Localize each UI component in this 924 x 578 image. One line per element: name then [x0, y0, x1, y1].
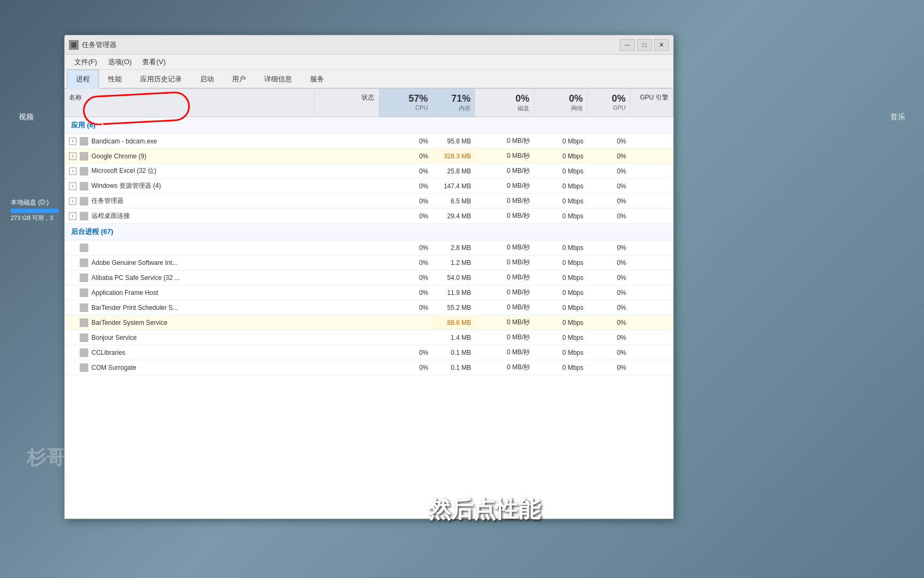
- app-icon: [80, 197, 88, 206]
- table-row[interactable]: ›Bandicam - bdcam.exe0%95.8 MB0 MB/秒0 Mb…: [65, 134, 673, 149]
- header-network[interactable]: 0% 网络: [534, 89, 588, 117]
- desktop: 视频 音乐 本地磁盘 (D:) 273 GB 可用，3 杉哥 ⊞ 任务管理器 ─…: [0, 0, 924, 578]
- app-icon: [80, 258, 88, 267]
- expand-icon[interactable]: ›: [69, 138, 76, 145]
- table-content[interactable]: 应用 (6)›Bandicam - bdcam.exe0%95.8 MB0 MB…: [65, 117, 673, 519]
- cell-cpu: 0%: [379, 165, 433, 178]
- cell-status: [315, 320, 379, 325]
- tab-details[interactable]: 详细信息: [255, 70, 301, 88]
- cell-status: [315, 365, 379, 370]
- cell-status: [315, 184, 379, 189]
- cell-gpu-engine: [630, 350, 673, 355]
- app-icon: [80, 152, 88, 161]
- cell-gpu-engine: [630, 290, 673, 295]
- cell-disk: 0 MB/秒: [475, 134, 534, 148]
- table-row[interactable]: ›Microsoft Excel (32 位)0%25.8 MB0 MB/秒0 …: [65, 164, 673, 179]
- cell-gpu-engine: [630, 214, 673, 219]
- app-icon: [80, 273, 88, 282]
- cell-gpu-engine: [630, 320, 673, 325]
- cell-disk: 0 MB/秒: [475, 164, 534, 178]
- app-icon: [80, 167, 88, 176]
- cell-status: [315, 275, 379, 280]
- app-icon: [80, 318, 88, 327]
- table-row[interactable]: ›任务管理器0%6.5 MB0 MB/秒0 Mbps0%: [65, 194, 673, 209]
- cell-disk: 0 MB/秒: [475, 345, 534, 360]
- cell-name: CCLibraries: [65, 346, 315, 360]
- cell-mem: 6.5 MB: [433, 195, 475, 208]
- cell-mem: 0.1 MB: [433, 346, 475, 359]
- cell-gpu: 0%: [588, 180, 630, 193]
- tab-startup[interactable]: 启动: [191, 70, 223, 88]
- app-icon: [80, 182, 88, 191]
- header-gpu-engine[interactable]: GPU 引擎: [630, 89, 673, 117]
- cell-status: [315, 199, 379, 204]
- header-gpu[interactable]: 0% GPU: [588, 89, 630, 117]
- cell-name: ›Windows 资源管理器 (4): [65, 179, 315, 193]
- cell-mem: 54.0 MB: [433, 271, 475, 284]
- table-row[interactable]: 0%2.8 MB0 MB/秒0 Mbps0%: [65, 240, 673, 255]
- cell-cpu: 0%: [379, 301, 433, 314]
- header-cpu[interactable]: 57% CPU: [379, 89, 433, 117]
- section-header-1: 后台进程 (67): [65, 224, 673, 240]
- header-disk[interactable]: 0% 磁盘: [475, 89, 534, 117]
- table-row[interactable]: ›远程桌面连接0%29.4 MB0 MB/秒0 Mbps0%: [65, 209, 673, 224]
- expand-icon[interactable]: ›: [69, 212, 76, 220]
- menu-options[interactable]: 选项(O): [103, 56, 137, 69]
- cell-disk: 0 MB/秒: [475, 315, 534, 330]
- tab-processes[interactable]: 进程: [67, 70, 99, 89]
- cell-mem: 55.2 MB: [433, 301, 475, 314]
- expand-icon[interactable]: ›: [69, 168, 76, 175]
- menu-view[interactable]: 查看(V): [137, 56, 171, 69]
- cell-disk: 0 MB/秒: [475, 194, 534, 208]
- header-name[interactable]: 名称: [65, 89, 315, 117]
- expand-icon[interactable]: ›: [69, 182, 76, 190]
- cell-gpu: 0%: [588, 135, 630, 148]
- cell-disk: 0 MB/秒: [475, 360, 534, 375]
- cell-mem: 328.3 MB: [433, 150, 475, 163]
- cell-status: [315, 305, 379, 310]
- maximize-button[interactable]: □: [637, 39, 652, 51]
- watermark: 杉哥: [27, 445, 65, 471]
- table-row[interactable]: Adobe Genuine Software Int...0%1.2 MB0 M…: [65, 255, 673, 270]
- table-row[interactable]: ›Windows 资源管理器 (4)0%147.4 MB0 MB/秒0 Mbps…: [65, 179, 673, 194]
- expand-icon[interactable]: ›: [69, 153, 76, 160]
- cell-status: [315, 169, 379, 174]
- task-manager-window: ⊞ 任务管理器 ─ □ ✕ 文件(F) 选项(O) 查看(V) 进程 性能 应用…: [64, 35, 674, 519]
- cell-gpu: 0%: [588, 271, 630, 284]
- tab-performance[interactable]: 性能: [99, 70, 131, 88]
- tab-app-history[interactable]: 应用历史记录: [131, 70, 191, 88]
- cell-name: ›Google Chrome (9): [65, 149, 315, 163]
- tab-bar: 进程 性能 应用历史记录 启动 用户 详细信息 服务: [65, 70, 673, 89]
- cell-disk: 0 MB/秒: [475, 209, 534, 223]
- table-row[interactable]: Alibaba PC Safe Service (32 ...0%54.0 MB…: [65, 270, 673, 285]
- table-row[interactable]: COM Surrogate0%0.1 MB0 MB/秒0 Mbps0%: [65, 360, 673, 375]
- table-row[interactable]: BarTender Print Scheduler S...0%55.2 MB0…: [65, 300, 673, 315]
- desktop-disk-label: 本地磁盘 (D:) 273 GB 可用，3: [11, 198, 64, 222]
- cell-status: [315, 350, 379, 355]
- expand-icon[interactable]: ›: [69, 197, 76, 205]
- minimize-button[interactable]: ─: [620, 39, 635, 51]
- cell-cpu: 0%: [379, 150, 433, 163]
- cell-gpu-engine: [630, 184, 673, 189]
- cell-gpu-engine: [630, 335, 673, 340]
- cell-cpu: [379, 335, 433, 340]
- header-mem[interactable]: 71% 内存: [433, 89, 475, 117]
- tab-users[interactable]: 用户: [223, 70, 255, 88]
- menu-file[interactable]: 文件(F): [69, 56, 103, 69]
- table-row[interactable]: CCLibraries0%0.1 MB0 MB/秒0 Mbps0%: [65, 345, 673, 360]
- tab-services[interactable]: 服务: [301, 70, 333, 88]
- table-row[interactable]: Bonjour Service1.4 MB0 MB/秒0 Mbps0%: [65, 330, 673, 345]
- cell-gpu: 0%: [588, 301, 630, 314]
- title-bar: ⊞ 任务管理器 ─ □ ✕: [65, 35, 673, 55]
- table-row[interactable]: BarTender System Service88.6 MB0 MB/秒0 M…: [65, 315, 673, 330]
- desktop-video-label: 视频: [19, 112, 34, 122]
- cell-status: [315, 214, 379, 219]
- table-header: 名称 状态 57% CPU 71% 内存 0% 磁盘 0% 网络 0% GPU: [65, 89, 673, 117]
- section-header-0: 应用 (6): [65, 117, 673, 134]
- close-button[interactable]: ✕: [654, 39, 669, 51]
- cell-gpu: 0%: [588, 195, 630, 208]
- table-row[interactable]: Application Frame Host0%11.9 MB0 MB/秒0 M…: [65, 285, 673, 300]
- table-row[interactable]: ›Google Chrome (9)0%328.3 MB0 MB/秒0 Mbps…: [65, 149, 673, 164]
- cell-network: 0 Mbps: [534, 346, 588, 359]
- header-status[interactable]: 状态: [315, 89, 379, 117]
